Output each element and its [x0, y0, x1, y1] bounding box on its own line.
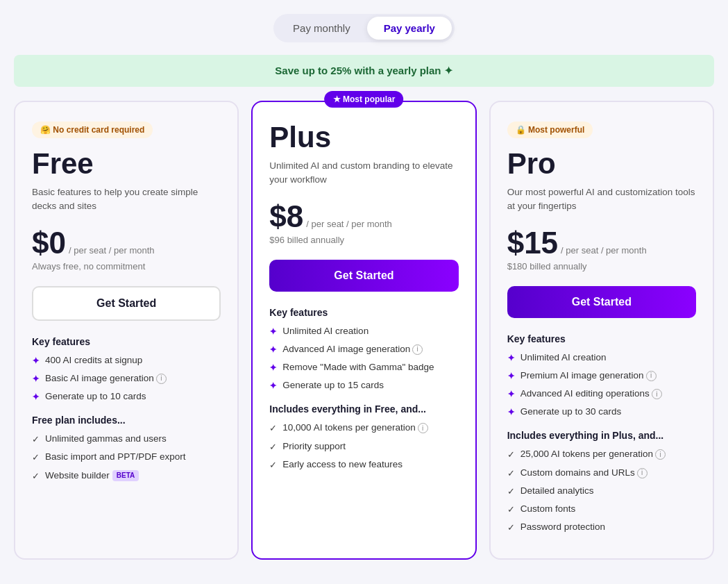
includes-section-pro: Includes everything in Plus, and... ✓ 25… — [507, 430, 696, 534]
pay-yearly-button[interactable]: Pay yearly — [367, 17, 452, 40]
feature-item: ✦ Remove "Made with Gamma" badge — [269, 361, 458, 374]
include-item: ✓ Early access to new features — [269, 458, 458, 472]
key-features-title-free: Key features — [32, 336, 221, 347]
plan-name-plus: Plus — [269, 122, 458, 153]
info-icon[interactable]: i — [655, 449, 666, 460]
feature-text: Advanced AI editing operationsi — [520, 387, 662, 401]
price-amount-plus: $8 — [269, 201, 303, 232]
info-icon[interactable]: i — [637, 468, 647, 478]
includes-title-pro: Includes everything in Plus, and... — [507, 430, 696, 441]
includes-title-plus: Includes everything in Free, and... — [269, 403, 458, 415]
include-text: Detailed analytics — [520, 485, 594, 498]
check-icon: ✓ — [32, 470, 40, 483]
plan-desc-pro: Our most powerful AI and customization t… — [507, 185, 696, 214]
feature-text: Basic AI image generationi — [45, 372, 167, 385]
include-item: ✓ Detailed analytics — [507, 485, 696, 498]
include-item: ✓ Unlimited gammas and users — [32, 433, 221, 446]
price-row-pro: $15 / per seat / per month — [507, 228, 696, 258]
feature-item: ✦ Advanced AI editing operationsi — [507, 387, 696, 401]
info-icon[interactable]: i — [156, 374, 167, 384]
include-item: ✓ Custom domains and URLsi — [507, 467, 696, 480]
feature-item: ✦ Basic AI image generationi — [32, 372, 221, 385]
include-text: Custom domains and URLsi — [520, 467, 647, 480]
price-amount-free: $0 — [32, 228, 66, 258]
price-detail-pro: / per seat / per month — [561, 245, 647, 256]
price-detail-free: / per seat / per month — [69, 245, 155, 256]
info-icon[interactable]: i — [646, 371, 657, 381]
check-icon: ✓ — [32, 451, 40, 464]
plans-grid: 🤗 No credit card required Free Basic fea… — [14, 101, 714, 560]
includes-section-plus: Includes everything in Free, and... ✓ 10… — [269, 403, 458, 472]
price-row-free: $0 / per seat / per month — [32, 228, 221, 258]
include-item: ✓ Basic import and PPT/PDF export — [32, 451, 221, 464]
feature-item: ✦ 400 AI credits at signup — [32, 354, 221, 367]
diamond-icon: ✦ — [507, 406, 515, 419]
feature-text: Generate up to 15 cards — [282, 379, 384, 392]
check-icon: ✓ — [507, 503, 515, 516]
diamond-icon: ✦ — [32, 355, 40, 367]
check-icon: ✓ — [269, 441, 277, 453]
info-icon[interactable]: i — [418, 423, 428, 433]
plan-card-pro: 🔒 Most powerful Pro Our most powerful AI… — [489, 101, 714, 560]
include-text: Early access to new features — [282, 458, 403, 472]
cta-button-pro[interactable]: Get Started — [507, 286, 696, 318]
include-item: ✓ 25,000 AI tokens per generationi — [507, 448, 696, 461]
plan-name-pro: Pro — [507, 148, 696, 180]
include-item: ✓ Website builderBETA — [32, 469, 221, 483]
price-detail-plus: / per seat / per month — [306, 219, 392, 229]
beta-badge: BETA — [112, 470, 139, 481]
diamond-icon: ✦ — [269, 344, 277, 356]
feature-text: 400 AI credits at signup — [45, 354, 142, 367]
include-text: Unlimited gammas and users — [45, 433, 167, 446]
check-icon: ✓ — [507, 467, 515, 480]
badge-pro: 🔒 Most powerful — [507, 122, 593, 138]
diamond-icon: ✦ — [269, 380, 277, 392]
feature-text: Generate up to 10 cards — [45, 390, 146, 403]
key-features-title-pro: Key features — [507, 333, 696, 344]
feature-item: ✦ Generate up to 30 cards — [507, 406, 696, 419]
include-item: ✓ 10,000 AI tokens per generationi — [269, 422, 458, 435]
savings-text: Save up to 25% with a yearly plan ✦ — [275, 65, 452, 76]
include-text: Custom fonts — [520, 503, 576, 516]
check-icon: ✓ — [507, 522, 515, 534]
feature-text: Advanced AI image generationi — [282, 343, 423, 356]
feature-text: Generate up to 30 cards — [520, 406, 622, 419]
diamond-icon: ✦ — [507, 388, 515, 401]
diamond-icon: ✦ — [269, 326, 277, 338]
include-text: Basic import and PPT/PDF export — [45, 451, 186, 464]
plan-desc-plus: Unlimited AI and custom branding to elev… — [269, 159, 458, 187]
price-billed-pro: $180 billed annually — [507, 261, 696, 274]
check-icon: ✓ — [269, 422, 277, 435]
info-icon[interactable]: i — [652, 389, 662, 399]
plan-name-free: Free — [32, 148, 221, 180]
feature-text: Remove "Made with Gamma" badge — [282, 361, 434, 374]
plan-card-free: 🤗 No credit card required Free Basic fea… — [14, 101, 239, 560]
key-features-title-plus: Key features — [269, 307, 458, 318]
toggle-container: Pay monthly Pay yearly — [273, 14, 455, 42]
diamond-icon: ✦ — [507, 370, 515, 383]
feature-text: Unlimited AI creation — [282, 325, 369, 338]
include-text: Priority support — [282, 440, 346, 453]
pay-monthly-button[interactable]: Pay monthly — [276, 17, 367, 40]
include-text: Password protection — [520, 521, 605, 534]
feature-item: ✦ Advanced AI image generationi — [269, 343, 458, 356]
plan-desc-free: Basic features to help you create simple… — [32, 185, 221, 214]
include-item: ✓ Custom fonts — [507, 503, 696, 516]
feature-item: ✦ Generate up to 15 cards — [269, 379, 458, 392]
feature-text: Premium AI image generationi — [520, 369, 657, 383]
include-text: Website builderBETA — [45, 469, 139, 483]
feature-item: ✦ Unlimited AI creation — [269, 325, 458, 338]
price-billed-plus: $96 billed annually — [269, 235, 458, 247]
include-item: ✓ Password protection — [507, 521, 696, 534]
feature-item: ✦ Generate up to 10 cards — [32, 390, 221, 403]
cta-button-free[interactable]: Get Started — [32, 286, 221, 321]
include-text: 10,000 AI tokens per generationi — [282, 422, 428, 435]
cta-button-plus[interactable]: Get Started — [269, 260, 458, 292]
includes-title-free: Free plan includes... — [32, 415, 221, 426]
feature-item: ✦ Premium AI image generationi — [507, 369, 696, 383]
plan-card-plus: ★ Most popular Plus Unlimited AI and cus… — [251, 101, 476, 560]
diamond-icon: ✦ — [507, 352, 515, 365]
price-row-plus: $8 / per seat / per month — [269, 201, 458, 232]
info-icon[interactable]: i — [412, 344, 423, 355]
check-icon: ✓ — [507, 485, 515, 498]
